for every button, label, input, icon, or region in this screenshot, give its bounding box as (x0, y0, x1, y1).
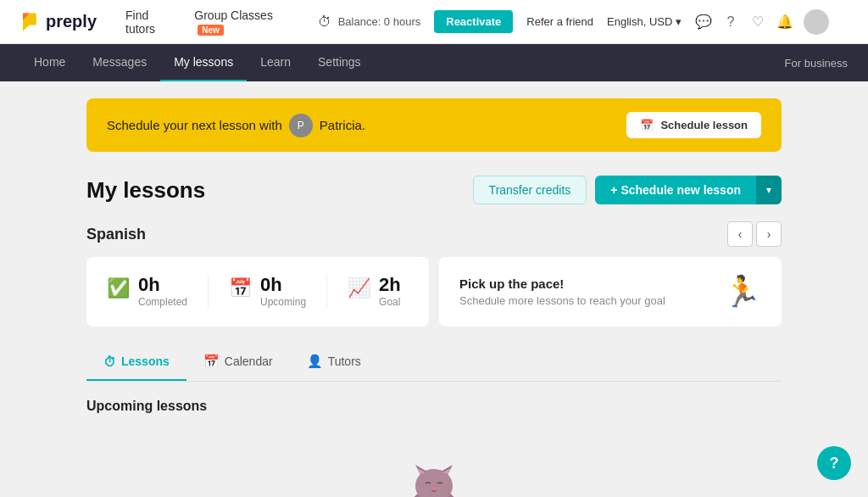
schedule-new-button[interactable]: + Schedule new lesson (595, 176, 756, 204)
balance-text: Balance: 0 hours (338, 15, 421, 28)
stat-divider-2 (326, 275, 327, 309)
upcoming-value: 0h (260, 276, 306, 294)
banner-schedule-button[interactable]: 📅 Schedule lesson (626, 112, 761, 138)
tutor-name: Patricia. (320, 118, 365, 132)
header-actions: Transfer credits + Schedule new lesson ▾ (473, 176, 782, 204)
logo[interactable]: preply (17, 10, 97, 34)
secondary-nav-links: Home Messages My lessons Learn Settings (20, 44, 785, 81)
nav-my-lessons[interactable]: My lessons (160, 44, 247, 81)
chat-icon[interactable]: 💬 (695, 14, 712, 31)
schedule-new-wrapper: + Schedule new lesson ▾ (595, 176, 782, 204)
user-avatar[interactable] (804, 9, 829, 35)
section-navigation-arrows: ‹ › (727, 221, 782, 247)
goal-icon: 📈 (348, 277, 370, 299)
nav-home[interactable]: Home (20, 44, 79, 81)
bell-icon[interactable]: 🔔 (776, 14, 793, 31)
upcoming-stat: 📅 0h Upcoming (229, 276, 306, 308)
tab-tutors[interactable]: 👤 Tutors (290, 343, 378, 381)
lessons-tab-icon: ⏱ (103, 355, 116, 369)
transfer-credits-button[interactable]: Transfer credits (473, 176, 587, 204)
balance-info: ⏱ Balance: 0 hours (318, 14, 421, 30)
calendar-tab-icon: 📅 (203, 354, 220, 369)
pace-subtitle: Schedule more lessons to reach your goal (459, 294, 665, 307)
balance-icon: ⏱ (318, 14, 331, 30)
top-navigation: preply Find tutors Group Classes New ⏱ B… (0, 0, 868, 44)
language-select[interactable]: English, USD ▾ (607, 15, 682, 28)
empty-state: No upcoming lessons Don't put your goals… (86, 439, 782, 497)
calendar-tab-label: Calendar (225, 355, 273, 368)
nav-messages[interactable]: Messages (79, 44, 160, 81)
upcoming-section: Upcoming lessons (86, 399, 782, 497)
goal-label: Goal (379, 296, 401, 308)
nav-learn[interactable]: Learn (247, 44, 304, 81)
pace-card: Pick up the pace! Schedule more lessons … (439, 257, 782, 327)
goal-value: 2h (379, 276, 401, 294)
completed-value: 0h (138, 276, 187, 294)
goal-stat: 📈 2h Goal (348, 276, 401, 308)
banner-text-prefix: Schedule your next lesson with (107, 118, 282, 132)
tutor-avatar: P (289, 114, 313, 137)
pace-illustration: 🏃 (723, 274, 761, 310)
schedule-banner: Schedule your next lesson with P Patrici… (86, 98, 782, 152)
lessons-header: My lessons Transfer credits + Schedule n… (86, 176, 782, 204)
language-header: Spanish ‹ › (86, 221, 782, 247)
nav-icons: 💬 ? ♡ 🔔 (695, 9, 829, 35)
lessons-tabs: ⏱ Lessons 📅 Calendar 👤 Tutors (86, 343, 782, 382)
help-button[interactable]: ? (817, 446, 851, 480)
spanish-section: Spanish ‹ › ✅ 0h Completed 📅 (86, 221, 782, 327)
group-classes-link[interactable]: Group Classes New (194, 8, 297, 36)
schedule-new-dropdown[interactable]: ▾ (756, 176, 782, 204)
nav-settings[interactable]: Settings (304, 44, 375, 81)
top-nav-right: ⏱ Balance: 0 hours Reactivate Refer a fr… (318, 9, 851, 35)
stats-grid: ✅ 0h Completed 📅 0h Upcoming 📈 (86, 257, 782, 327)
new-badge: New (198, 25, 224, 36)
refer-friend-link[interactable]: Refer a friend (526, 15, 593, 28)
tab-calendar[interactable]: 📅 Calendar (186, 343, 290, 381)
pace-title: Pick up the pace! (459, 276, 665, 291)
tutors-tab-icon: 👤 (307, 354, 323, 369)
lessons-tab-label: Lessons (121, 355, 170, 368)
main-content: Schedule your next lesson with P Patrici… (70, 81, 798, 497)
banner-text: Schedule your next lesson with P Patrici… (107, 114, 365, 137)
svg-point-8 (431, 487, 437, 490)
heart-icon[interactable]: ♡ (749, 14, 766, 31)
tab-lessons[interactable]: ⏱ Lessons (86, 343, 186, 381)
help-icon[interactable]: ? (722, 14, 739, 31)
calendar-icon: 📅 (640, 119, 654, 131)
find-tutors-link[interactable]: Find tutors (125, 8, 177, 36)
secondary-navigation: Home Messages My lessons Learn Settings … (0, 44, 868, 81)
upcoming-icon: 📅 (229, 277, 252, 299)
language-title: Spanish (86, 226, 146, 243)
page-title: My lessons (86, 177, 205, 204)
upcoming-label: Upcoming (260, 296, 306, 308)
top-nav-links: Find tutors Group Classes New (125, 8, 298, 36)
next-arrow-button[interactable]: › (756, 221, 782, 247)
reactivate-button[interactable]: Reactivate (434, 10, 513, 33)
cat-illustration (392, 456, 476, 497)
completed-label: Completed (138, 296, 187, 308)
upcoming-title: Upcoming lessons (86, 399, 782, 414)
stat-divider (208, 275, 209, 309)
completed-icon: ✅ (107, 277, 130, 299)
completed-stat: ✅ 0h Completed (107, 276, 187, 308)
for-business-link[interactable]: For business (785, 57, 848, 70)
prev-arrow-button[interactable]: ‹ (727, 221, 753, 247)
tutors-tab-label: Tutors (328, 355, 361, 368)
stats-card: ✅ 0h Completed 📅 0h Upcoming 📈 (86, 257, 429, 327)
